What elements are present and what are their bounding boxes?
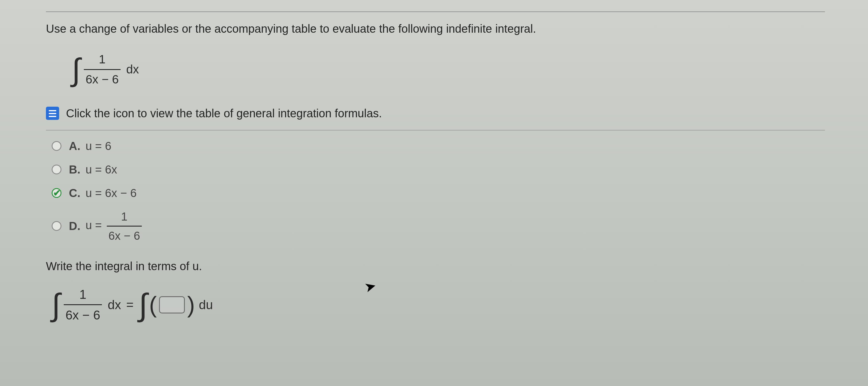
- lhs-num: 1: [78, 286, 88, 305]
- left-paren: (: [149, 299, 157, 311]
- choice-d[interactable]: D. u = 1 6x − 6: [52, 209, 825, 244]
- radio-a[interactable]: [52, 141, 61, 151]
- radio-b[interactable]: [52, 165, 61, 174]
- integrand-fraction: 1 6x − 6: [84, 51, 121, 88]
- choice-letter: D.: [69, 218, 81, 234]
- sub-prompt: Write the integral in terms of u.: [46, 258, 825, 274]
- right-paren: ): [187, 299, 195, 311]
- choice-a[interactable]: A. u = 6: [52, 138, 825, 154]
- choice-b[interactable]: B. u = 6x: [52, 162, 825, 177]
- numerator: 1: [97, 51, 107, 69]
- top-rule: [46, 11, 825, 12]
- choice-text: u = 1 6x − 6: [86, 209, 144, 244]
- lhs-diff: dx: [107, 296, 121, 314]
- radio-c[interactable]: [52, 188, 61, 198]
- choice-letter: A.: [69, 138, 81, 154]
- radio-d[interactable]: [52, 221, 61, 231]
- choice-text: u = 6x − 6: [86, 185, 136, 201]
- answer-input[interactable]: [159, 296, 185, 313]
- choice-c[interactable]: C. u = 6x − 6: [52, 185, 825, 201]
- lhs-den: 6x − 6: [64, 304, 102, 324]
- rhs-diff: du: [199, 296, 213, 314]
- given-integral: ∫ 1 6x − 6 dx: [72, 51, 825, 88]
- choice-letter: B.: [69, 162, 81, 177]
- denominator: 6x − 6: [84, 69, 121, 88]
- lhs-fraction: 1 6x − 6: [64, 286, 102, 324]
- table-link-row[interactable]: Click the icon to view the table of gene…: [46, 105, 825, 121]
- integral-sign-icon: ∫: [138, 294, 147, 316]
- choice-text: u = 6: [86, 138, 112, 154]
- question-prompt: Use a change of variables or the accompa…: [46, 21, 825, 37]
- integral-sign-icon: ∫: [72, 59, 81, 80]
- table-link-text: Click the icon to view the table of gene…: [66, 105, 382, 121]
- equals-sign: =: [126, 296, 134, 314]
- rewrite-equation: ∫ 1 6x − 6 dx = ∫ ( ) du: [52, 286, 825, 324]
- choice-d-den: 6x − 6: [107, 226, 142, 244]
- choice-letter: C.: [69, 185, 81, 201]
- choices-separator: [46, 130, 825, 131]
- choice-d-fraction: 1 6x − 6: [107, 209, 142, 244]
- choice-d-prefix: u =: [86, 219, 102, 232]
- integral-sign-icon: ∫: [52, 294, 60, 316]
- differential: dx: [126, 61, 139, 78]
- choice-d-num: 1: [119, 209, 129, 226]
- table-link-icon[interactable]: [46, 107, 59, 120]
- choice-text: u = 6x: [86, 162, 117, 177]
